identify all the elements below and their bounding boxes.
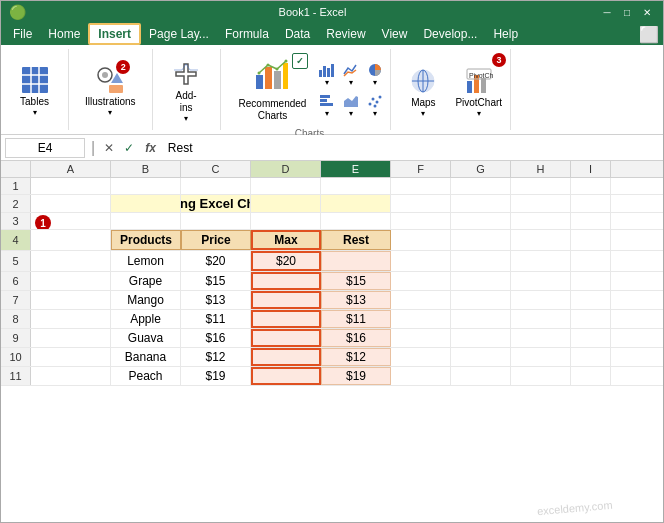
maximize-button[interactable]: □ — [619, 4, 635, 20]
cell-H6[interactable] — [511, 272, 571, 290]
cell-A4[interactable] — [31, 230, 111, 250]
cell-G11[interactable] — [451, 367, 511, 385]
cell-H9[interactable] — [511, 329, 571, 347]
col-header-D[interactable]: D — [251, 161, 321, 177]
cell-B7-mango[interactable]: Mango — [111, 291, 181, 309]
pie-chart-button[interactable]: ▾ — [364, 60, 386, 89]
cell-C1[interactable] — [181, 178, 251, 194]
cell-E5-rest[interactable] — [321, 251, 391, 271]
cell-H7[interactable] — [511, 291, 571, 309]
menu-developer[interactable]: Develop... — [415, 25, 485, 43]
cell-F4[interactable] — [391, 230, 451, 250]
row-header-2[interactable]: 2 — [1, 195, 31, 212]
cell-I6[interactable] — [571, 272, 611, 290]
cell-B3[interactable] — [111, 213, 181, 229]
scatter-chart-button[interactable]: ▾ — [364, 91, 386, 120]
cell-F11[interactable] — [391, 367, 451, 385]
cell-B6-grape[interactable]: Grape — [111, 272, 181, 290]
cell-G10[interactable] — [451, 348, 511, 366]
cell-I8[interactable] — [571, 310, 611, 328]
menu-insert[interactable]: Insert — [88, 23, 141, 45]
row-header-1[interactable]: 1 — [1, 178, 31, 194]
cell-G2[interactable] — [451, 195, 511, 212]
menu-formula[interactable]: Formula — [217, 25, 277, 43]
tables-button[interactable]: Tables ▾ — [15, 62, 55, 119]
cell-F5[interactable] — [391, 251, 451, 271]
cell-C4-price[interactable]: Price — [181, 230, 251, 250]
cell-I2[interactable] — [571, 195, 611, 212]
cell-B2[interactable] — [111, 195, 181, 212]
bar-chart-button[interactable]: ▾ — [316, 91, 338, 120]
cell-I7[interactable] — [571, 291, 611, 309]
cell-H10[interactable] — [511, 348, 571, 366]
cell-E2[interactable] — [321, 195, 391, 212]
cell-F7[interactable] — [391, 291, 451, 309]
cell-E11-rest[interactable]: $19 — [321, 367, 391, 385]
cell-G9[interactable] — [451, 329, 511, 347]
cell-D4-max[interactable]: Max — [251, 230, 321, 250]
cell-E4-rest[interactable]: Rest — [321, 230, 391, 250]
cell-D7-max[interactable] — [251, 291, 321, 309]
cell-H2[interactable] — [511, 195, 571, 212]
cell-A11[interactable] — [31, 367, 111, 385]
illustrations-button[interactable]: 2 Illustrations ▾ — [81, 62, 140, 119]
col-header-B[interactable]: B — [111, 161, 181, 177]
cell-F10[interactable] — [391, 348, 451, 366]
formula-input[interactable] — [164, 139, 659, 157]
cell-D3[interactable] — [251, 213, 321, 229]
cell-G7[interactable] — [451, 291, 511, 309]
close-button[interactable]: ✕ — [639, 4, 655, 20]
row-header-9[interactable]: 9 — [1, 329, 31, 347]
cell-F2[interactable] — [391, 195, 451, 212]
menu-review[interactable]: Review — [318, 25, 373, 43]
cell-I3[interactable] — [571, 213, 611, 229]
cell-I10[interactable] — [571, 348, 611, 366]
cell-E3[interactable] — [321, 213, 391, 229]
col-header-I[interactable]: I — [571, 161, 611, 177]
cell-I9[interactable] — [571, 329, 611, 347]
minimize-button[interactable]: ─ — [599, 4, 615, 20]
cell-A1[interactable] — [31, 178, 111, 194]
cell-B9-guava[interactable]: Guava — [111, 329, 181, 347]
cell-C8-price[interactable]: $11 — [181, 310, 251, 328]
cell-H5[interactable] — [511, 251, 571, 271]
cell-E10-rest[interactable]: $12 — [321, 348, 391, 366]
cell-G3[interactable] — [451, 213, 511, 229]
col-header-C[interactable]: C — [181, 161, 251, 177]
cell-A7[interactable] — [31, 291, 111, 309]
menu-pagelayout[interactable]: Page Lay... — [141, 25, 217, 43]
addins-button[interactable]: Add-ins ▾ — [166, 56, 206, 125]
menu-home[interactable]: Home — [40, 25, 88, 43]
cell-F9[interactable] — [391, 329, 451, 347]
menu-view[interactable]: View — [374, 25, 416, 43]
cell-A9[interactable] — [31, 329, 111, 347]
cell-H1[interactable] — [511, 178, 571, 194]
area-chart-button[interactable]: ▾ — [340, 91, 362, 120]
expand-ribbon-icon[interactable]: ⬜ — [639, 25, 659, 44]
column-chart-button[interactable]: ▾ — [316, 60, 338, 89]
cell-D2[interactable] — [251, 195, 321, 212]
cell-E7-rest[interactable]: $13 — [321, 291, 391, 309]
col-header-G[interactable]: G — [451, 161, 511, 177]
cell-F8[interactable] — [391, 310, 451, 328]
line-chart-button[interactable]: ▾ — [340, 60, 362, 89]
menu-file[interactable]: File — [5, 25, 40, 43]
cell-D10-max[interactable] — [251, 348, 321, 366]
cell-E9-rest[interactable]: $16 — [321, 329, 391, 347]
cell-B11-peach[interactable]: Peach — [111, 367, 181, 385]
cell-E6-rest[interactable]: $15 — [321, 272, 391, 290]
cell-H4[interactable] — [511, 230, 571, 250]
cell-F3[interactable] — [391, 213, 451, 229]
cell-C10-price[interactable]: $12 — [181, 348, 251, 366]
cell-D1[interactable] — [251, 178, 321, 194]
cell-F1[interactable] — [391, 178, 451, 194]
cell-D11-max[interactable] — [251, 367, 321, 385]
menu-data[interactable]: Data — [277, 25, 318, 43]
cell-H11[interactable] — [511, 367, 571, 385]
row-header-3[interactable]: 3 — [1, 213, 31, 229]
cell-A3-badge[interactable]: 1 — [31, 213, 111, 229]
cell-A10[interactable] — [31, 348, 111, 366]
cell-G4[interactable] — [451, 230, 511, 250]
cell-B5-lemon[interactable]: Lemon — [111, 251, 181, 271]
cell-G6[interactable] — [451, 272, 511, 290]
